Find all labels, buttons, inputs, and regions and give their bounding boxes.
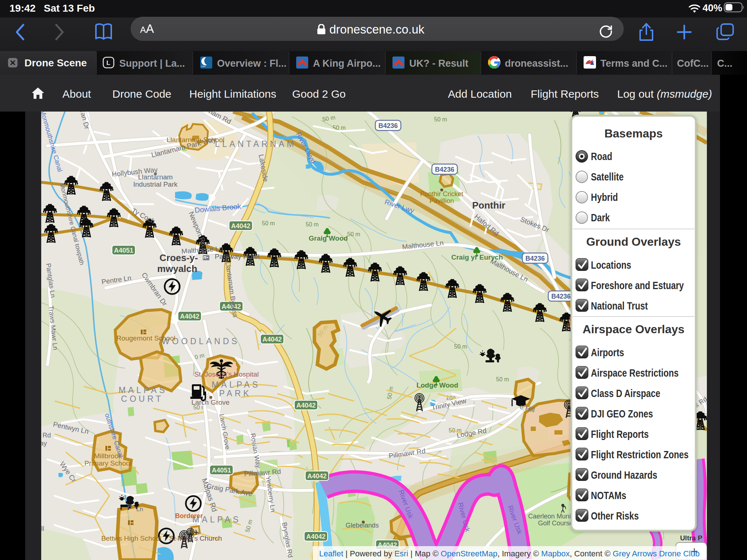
svg-text:Craig yr Eurych: Craig yr Eurych [451,253,503,261]
svg-text:St. Joseph's Hospital: St. Joseph's Hospital [194,370,259,378]
svg-text:B: B [127,503,131,510]
svg-text:Ln: Ln [136,506,143,513]
svg-text:Borderer: Borderer [175,512,203,520]
svg-text:Ponthir: Ponthir [472,200,506,211]
svg-text:MALPAS: MALPAS [119,385,167,395]
svg-text:50 m: 50 m [496,376,509,382]
svg-text:PARK: PARK [219,389,252,398]
svg-text:50 m: 50 m [306,221,319,228]
svg-text:50 m: 50 m [347,231,360,237]
svg-text:ay: ay [41,440,47,447]
svg-text:MALPAS: MALPAS [212,380,260,389]
svg-text:mwyalch: mwyalch [157,263,197,274]
svg-text:Industrial Park: Industrial Park [133,180,178,188]
svg-text:LLANTARNAM: LLANTARNAM [215,139,297,149]
svg-text:St Mary's Church: St Mary's Church [169,534,222,542]
svg-text:Rougemont School: Rougemont School [116,334,175,342]
svg-text:50 m: 50 m [454,343,467,350]
svg-text:Parkway Hotel: Parkway Hotel [215,253,260,260]
svg-text:Pavillion: Pavillion [429,197,454,205]
svg-text:Larch Grove: Larch Grove [191,398,230,406]
svg-text:L: L [107,59,110,66]
svg-text:Graig Wood: Graig Wood [309,234,348,242]
svg-text:COURT: COURT [121,394,163,404]
svg-text:Glebelands: Glebelands [345,522,379,529]
svg-text:Primary School: Primary School [85,459,132,467]
svg-text:Bettws High School: Bettws High School [101,534,162,542]
svg-text:Lodge Wood: Lodge Wood [417,381,458,389]
svg-text:Millbrook: Millbrook [94,452,122,460]
svg-text:Golf Course: Golf Course [538,520,573,527]
svg-text:t Rd: t Rd [41,432,51,439]
svg-text:Llantarnam: Llantarnam [138,173,173,181]
svg-text:Llantarnam School: Llantarnam School [167,136,224,144]
svg-text:Ponthir Cricket: Ponthir Cricket [420,190,463,198]
svg-text:Ultra P: Ultra P [680,534,703,542]
svg-text:50 m: 50 m [434,116,447,122]
svg-text:50 m: 50 m [262,220,275,226]
svg-text:ll: ll [41,525,44,532]
